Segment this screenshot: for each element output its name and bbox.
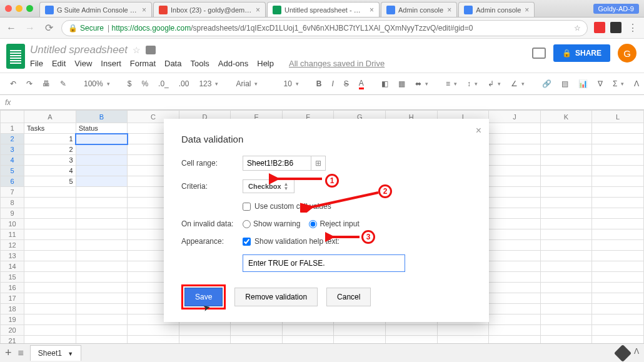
menu-edit[interactable]: Edit: [52, 59, 66, 68]
cell[interactable]: [24, 251, 76, 261]
show-warning-radio[interactable]: Show warning: [243, 219, 300, 228]
cell[interactable]: [489, 144, 541, 155]
cell[interactable]: [540, 219, 592, 229]
cell[interactable]: [592, 198, 644, 208]
cell[interactable]: [592, 325, 644, 336]
menu-add-ons[interactable]: Add-ons: [218, 59, 248, 68]
borders-icon[interactable]: ▦: [395, 77, 409, 91]
halign-icon[interactable]: ≡: [442, 77, 461, 91]
cell[interactable]: [489, 219, 541, 229]
row-header[interactable]: 4: [1, 155, 24, 166]
chevron-up-icon[interactable]: ᐱ: [634, 347, 639, 359]
cell[interactable]: [592, 304, 644, 314]
account-avatar[interactable]: G: [618, 44, 636, 63]
increase-decimal-icon[interactable]: .00: [175, 77, 193, 91]
row-header[interactable]: 18: [1, 304, 24, 314]
extension-icon[interactable]: [610, 22, 621, 33]
cell[interactable]: [540, 272, 592, 283]
cell[interactable]: [386, 325, 438, 336]
reload-icon[interactable]: ⟳: [43, 22, 55, 34]
col-header[interactable]: A: [24, 111, 76, 123]
cell[interactable]: [76, 176, 128, 187]
formula-bar[interactable]: fx: [0, 95, 644, 110]
cell[interactable]: [24, 240, 76, 251]
cell[interactable]: [540, 208, 592, 219]
zoom-select[interactable]: 100%: [80, 77, 114, 91]
cell[interactable]: [76, 314, 128, 325]
menu-format[interactable]: Format: [130, 59, 156, 68]
cell[interactable]: [592, 293, 644, 304]
cell[interactable]: [540, 261, 592, 272]
cell[interactable]: [24, 283, 76, 293]
close-tab-icon[interactable]: ×: [142, 6, 146, 14]
cell[interactable]: [24, 219, 76, 229]
reject-input-radio[interactable]: Reject input: [309, 219, 359, 228]
cell[interactable]: 4: [24, 166, 76, 176]
cell[interactable]: [489, 123, 541, 134]
cell[interactable]: [540, 187, 592, 198]
menu-tools[interactable]: Tools: [190, 59, 209, 68]
cell[interactable]: [76, 261, 128, 272]
cell[interactable]: [76, 144, 128, 155]
close-icon[interactable]: [5, 5, 12, 12]
font-size-select[interactable]: 10: [279, 77, 302, 91]
cell[interactable]: [540, 144, 592, 155]
url-field[interactable]: 🔒 Secure | https://docs.google.com/sprea…: [61, 20, 588, 36]
menu-data[interactable]: Data: [164, 59, 181, 68]
percent-icon[interactable]: %: [138, 77, 152, 91]
cell[interactable]: [489, 229, 541, 240]
cell[interactable]: [489, 304, 541, 314]
cell[interactable]: [437, 325, 489, 336]
filter-icon[interactable]: ∇: [594, 77, 606, 91]
doc-title[interactable]: Untitled spreadsheet: [30, 44, 128, 56]
row-header[interactable]: 1: [1, 123, 24, 134]
cell[interactable]: [540, 293, 592, 304]
cell[interactable]: [592, 166, 644, 176]
fill-color-icon[interactable]: ◧: [378, 77, 392, 91]
cell[interactable]: [489, 325, 541, 336]
close-tab-icon[interactable]: ×: [525, 6, 529, 14]
cell[interactable]: [489, 293, 541, 304]
cell[interactable]: [489, 283, 541, 293]
cell[interactable]: [592, 314, 644, 325]
toolbar-overflow-icon[interactable]: ᐱ: [630, 77, 643, 91]
cell[interactable]: [76, 304, 128, 314]
cell[interactable]: [76, 134, 128, 144]
star-icon[interactable]: ☆: [133, 45, 141, 55]
profile-badge[interactable]: Goldy-AD-9: [593, 4, 639, 14]
cell[interactable]: [540, 240, 592, 251]
cell[interactable]: [76, 187, 128, 198]
row-header[interactable]: 8: [1, 198, 24, 208]
folder-icon[interactable]: [146, 46, 156, 54]
cell[interactable]: [592, 283, 644, 293]
merge-icon[interactable]: ⬌: [411, 77, 432, 91]
cell[interactable]: [540, 229, 592, 240]
currency-icon[interactable]: $: [124, 77, 136, 91]
redo-icon[interactable]: ↷: [23, 77, 36, 91]
cell[interactable]: [540, 198, 592, 208]
font-select[interactable]: Arial: [232, 77, 269, 91]
row-header[interactable]: 15: [1, 272, 24, 283]
menu-file[interactable]: File: [30, 59, 43, 68]
cell[interactable]: [76, 208, 128, 219]
row-header[interactable]: 2: [1, 134, 24, 144]
cell[interactable]: [24, 293, 76, 304]
cell[interactable]: [489, 208, 541, 219]
row-header[interactable]: 9: [1, 208, 24, 219]
cell[interactable]: [231, 325, 283, 336]
undo-icon[interactable]: ↶: [6, 77, 20, 91]
cell[interactable]: [540, 166, 592, 176]
col-header[interactable]: L: [592, 111, 644, 123]
close-tab-icon[interactable]: ×: [370, 6, 374, 14]
cell[interactable]: [592, 144, 644, 155]
browser-tab[interactable]: Inbox (23) - goldy@demo.g×: [153, 2, 266, 17]
cell[interactable]: [540, 251, 592, 261]
bold-icon[interactable]: B: [313, 77, 326, 91]
cell[interactable]: 2: [24, 144, 76, 155]
close-tab-icon[interactable]: ×: [256, 6, 260, 14]
cell[interactable]: [24, 314, 76, 325]
cell[interactable]: [592, 123, 644, 134]
select-range-icon[interactable]: ⊞: [311, 156, 326, 171]
cell[interactable]: [76, 198, 128, 208]
cell[interactable]: [76, 272, 128, 283]
